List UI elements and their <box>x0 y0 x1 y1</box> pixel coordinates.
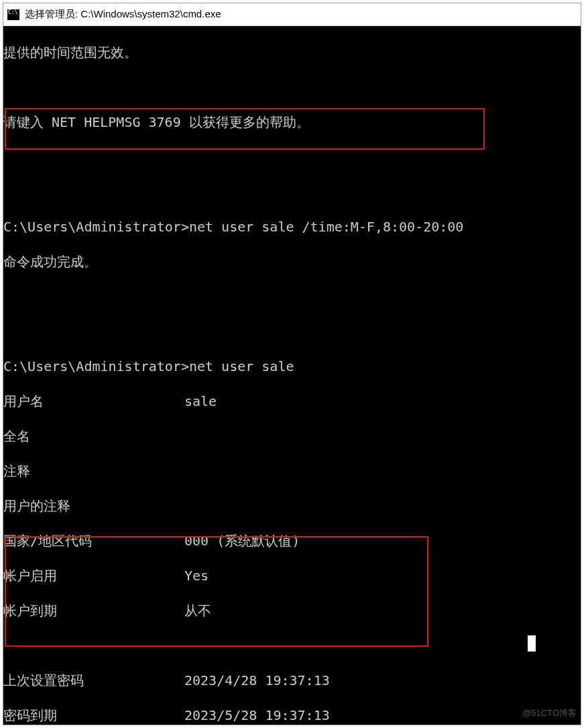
cmd-window: 选择管理员: C:\Windows\system32\cmd.exe 提供的时间… <box>3 3 581 725</box>
prompt-path: C:\Users\Administrator> <box>3 219 189 235</box>
output-line: 提供的时间范围无效。 <box>3 44 581 61</box>
titlebar[interactable]: 选择管理员: C:\Windows\system32\cmd.exe <box>3 3 581 26</box>
info-row: 注释 <box>3 462 581 480</box>
info-row: 上次设置密码2023/4/28 19:37:13 <box>3 672 581 689</box>
text-cursor <box>528 635 536 652</box>
prompt-line: C:\Users\Administrator>net user sale <box>3 358 581 375</box>
info-row: 全名 <box>3 427 581 445</box>
cmd-icon <box>7 9 19 20</box>
info-row: 密码到期2023/5/28 19:37:13 <box>3 707 581 724</box>
output-line: 请键入 NET HELPMSG 3769 以获得更多的帮助。 <box>3 113 581 131</box>
info-row: 用户的注释 <box>3 497 581 515</box>
info-row: 国家/地区代码000 (系统默认值) <box>3 532 581 550</box>
output-blank <box>3 637 581 654</box>
prompt-path: C:\Users\Administrator> <box>3 358 189 374</box>
output-blank <box>3 148 581 166</box>
output-line: 命令成功完成。 <box>3 253 581 270</box>
command-text: net user sale <box>189 358 294 374</box>
watermark-text: @51CTO博客 <box>522 705 577 722</box>
window-title: 选择管理员: C:\Windows\system32\cmd.exe <box>25 8 221 21</box>
output-blank <box>3 183 581 201</box>
output-blank <box>3 323 581 340</box>
info-row: 帐户到期从不 <box>3 602 581 619</box>
highlight-box-2 <box>5 536 428 647</box>
info-row: 用户名sale <box>3 393 581 410</box>
output-blank <box>3 79 581 96</box>
output-blank <box>3 288 581 305</box>
terminal-area[interactable]: 提供的时间范围无效。 请键入 NET HELPMSG 3769 以获得更多的帮助… <box>3 26 581 725</box>
info-row: 帐户启用Yes <box>3 567 581 584</box>
command-text: net user sale /time:M-F,8:00-20:00 <box>189 219 463 235</box>
prompt-line: C:\Users\Administrator>net user sale /ti… <box>3 218 581 236</box>
